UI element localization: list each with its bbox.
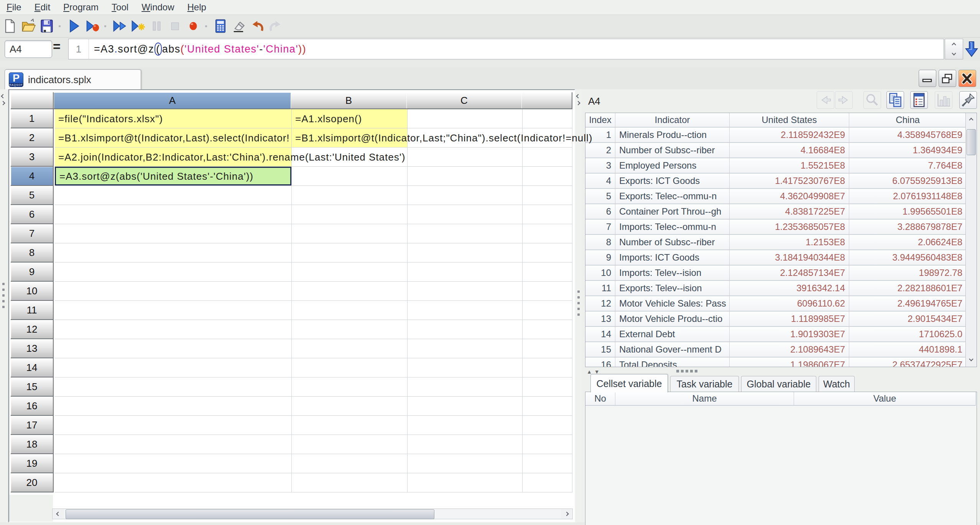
grid-cell-A1[interactable]: =file("Indicators.xlsx") bbox=[55, 109, 291, 128]
value-table-header-indicator[interactable]: Indicator bbox=[615, 113, 730, 128]
tab-cellset-variable[interactable]: Cellset variable bbox=[590, 374, 668, 392]
formula-text[interactable]: =A3.sort@z(abs('United States'-'China')) bbox=[94, 39, 306, 59]
value-table-header-china[interactable]: China bbox=[849, 113, 967, 128]
column-header-C[interactable]: C bbox=[406, 92, 523, 109]
value-table-row[interactable]: 7Imports: Telec--ommu-n1.2353685057E83.2… bbox=[585, 220, 977, 235]
row-header-20[interactable]: 20 bbox=[11, 473, 54, 492]
options-icon[interactable] bbox=[910, 91, 928, 109]
value-table-header-index[interactable]: Index bbox=[585, 113, 615, 128]
tab-watch[interactable]: Watch bbox=[819, 376, 855, 392]
new-file-icon[interactable] bbox=[2, 18, 18, 34]
tab-task-variable[interactable]: Task variable bbox=[670, 376, 739, 392]
value-table-row[interactable]: 13Motor Vehicle Produ--ctio1.1189985E72.… bbox=[585, 312, 977, 327]
row-header-18[interactable]: 18 bbox=[11, 435, 54, 454]
row-header-10[interactable]: 10 bbox=[11, 282, 54, 301]
formula-input[interactable]: 1 =A3.sort@z(abs('United States'-'China'… bbox=[68, 39, 944, 59]
menu-item-help[interactable]: Help bbox=[181, 1, 213, 13]
scroll-left-icon[interactable] bbox=[53, 509, 64, 519]
scroll-down-icon[interactable] bbox=[966, 354, 976, 366]
left-splitter-dots[interactable] bbox=[2, 283, 5, 308]
minimize-icon[interactable] bbox=[919, 70, 936, 87]
menu-item-tool[interactable]: Tool bbox=[105, 1, 135, 13]
open-file-icon[interactable] bbox=[20, 18, 37, 34]
value-table-row[interactable]: 9Imports: ICT Goods3.1841940344E83.94495… bbox=[585, 250, 977, 266]
row-header-15[interactable]: 15 bbox=[11, 377, 54, 397]
value-table-row[interactable]: 3Employed Persons1.55215E87.764E8 bbox=[585, 158, 977, 174]
collapse-left-icon[interactable] bbox=[1, 94, 5, 98]
left-collapse-strip[interactable] bbox=[0, 89, 8, 522]
scroll-right-icon[interactable] bbox=[561, 509, 572, 519]
grid-cell-A4[interactable]: =A3.sort@z(abs('United States'-'China')) bbox=[55, 167, 291, 185]
bottom-splitter[interactable]: ▲▼ bbox=[585, 368, 977, 374]
close-icon[interactable] bbox=[959, 70, 976, 87]
row-header-6[interactable]: 6 bbox=[11, 205, 54, 224]
tab-global-variable[interactable]: Global variable bbox=[741, 376, 816, 392]
row-header-4[interactable]: 4 bbox=[11, 167, 54, 186]
row-header-11[interactable]: 11 bbox=[11, 301, 54, 320]
step-over-icon[interactable] bbox=[111, 18, 128, 34]
value-table-row[interactable]: 4Exports: ICT Goods1.4175230767E86.07559… bbox=[585, 174, 977, 189]
row-header-14[interactable]: 14 bbox=[11, 358, 54, 377]
value-table-row[interactable]: 2Number of Subsc--riber4.16684E81.364934… bbox=[585, 143, 977, 158]
value-table-scrollbar[interactable] bbox=[965, 113, 977, 367]
menu-item-edit[interactable]: Edit bbox=[28, 1, 57, 13]
clear-icon[interactable] bbox=[230, 18, 247, 34]
value-table-row[interactable]: 15National Gover--nment D2.1089643E74401… bbox=[585, 342, 977, 358]
grid-cell-A3[interactable]: =A2.join(Indicator,B2:Indicator,Last:'Ch… bbox=[55, 148, 291, 166]
grid-cell-B1[interactable]: =A1.xlsopen() bbox=[292, 109, 407, 128]
row-header-16[interactable]: 16 bbox=[11, 397, 54, 416]
value-table-row[interactable]: 11Exports: Telev--ision3916342.142.28218… bbox=[585, 281, 977, 296]
menu-item-program[interactable]: Program bbox=[57, 1, 105, 13]
value-table-row[interactable]: 1Minerals Produ--ction2.118592432E94.358… bbox=[585, 128, 977, 143]
collapse-right-icon[interactable] bbox=[576, 101, 580, 105]
run-icon[interactable] bbox=[66, 18, 82, 34]
scrollbar-thumb[interactable] bbox=[66, 509, 434, 519]
step-into-icon[interactable] bbox=[130, 18, 146, 34]
column-header-A[interactable]: A bbox=[54, 92, 292, 109]
row-header-2[interactable]: 2 bbox=[11, 128, 54, 148]
pin-icon[interactable] bbox=[959, 91, 977, 109]
value-table-row[interactable]: 12Motor Vehicle Sales: Pass6096110.622.4… bbox=[585, 296, 977, 312]
row-header-12[interactable]: 12 bbox=[11, 320, 54, 339]
grid-cell-A2[interactable]: =B1.xlsimport@t(Indicator,Last).select(I… bbox=[55, 128, 291, 147]
restore-icon[interactable] bbox=[939, 70, 956, 87]
variable-table-header-value[interactable]: Value bbox=[794, 392, 976, 406]
row-header-7[interactable]: 7 bbox=[11, 224, 54, 243]
value-table-row[interactable]: 14External Debt1.9019303E71710625.0 bbox=[585, 327, 977, 342]
menu-item-window[interactable]: Window bbox=[135, 1, 181, 13]
breakpoint-icon[interactable] bbox=[185, 18, 202, 34]
scrollbar-thumb[interactable] bbox=[967, 129, 976, 155]
row-header-17[interactable]: 17 bbox=[11, 416, 54, 435]
row-header-3[interactable]: 3 bbox=[11, 148, 54, 167]
grid-corner[interactable] bbox=[11, 92, 54, 109]
value-table-row[interactable]: 8Number of Subsc--riber1.2153E82.06624E8 bbox=[585, 235, 977, 250]
horizontal-scrollbar[interactable] bbox=[52, 509, 573, 519]
tab-indicators[interactable]: P RAQSOFT indicators.splx bbox=[5, 69, 141, 90]
column-header-B[interactable]: B bbox=[291, 92, 408, 109]
splitter-dots[interactable] bbox=[676, 370, 697, 372]
formula-line-spinner[interactable] bbox=[945, 39, 963, 59]
row-header-9[interactable]: 9 bbox=[11, 262, 54, 282]
cell-reference-box[interactable]: A4 bbox=[5, 40, 52, 58]
menu-item-file[interactable]: File bbox=[0, 1, 28, 13]
column-header-partial[interactable] bbox=[521, 92, 572, 109]
value-table-header-united-states[interactable]: United States bbox=[730, 113, 849, 128]
execute-down-arrow-icon[interactable] bbox=[965, 41, 978, 57]
copy-icon[interactable] bbox=[886, 91, 904, 109]
variable-table-header-no[interactable]: No bbox=[585, 392, 615, 406]
row-header-8[interactable]: 8 bbox=[11, 243, 54, 262]
execute-icon[interactable] bbox=[84, 18, 101, 34]
row-header-1[interactable]: 1 bbox=[11, 109, 54, 128]
collapse-left-icon[interactable] bbox=[576, 94, 580, 98]
value-table-row[interactable]: 10Imports: Telev--ision2.124857134E71989… bbox=[585, 266, 977, 281]
collapse-right-icon[interactable] bbox=[1, 101, 5, 105]
row-header-19[interactable]: 19 bbox=[11, 454, 54, 473]
scroll-up-icon[interactable] bbox=[966, 113, 976, 125]
grid-cell-B2[interactable]: =B1.xlsimport@t(Indicator,Last;"China").… bbox=[292, 128, 407, 147]
row-header-13[interactable]: 13 bbox=[11, 339, 54, 358]
spinner-down-icon[interactable] bbox=[945, 49, 963, 59]
panel-splitter[interactable] bbox=[575, 89, 582, 522]
value-table-row[interactable]: 6Container Port Throu--gh4.83817225E71.9… bbox=[585, 204, 977, 220]
save-icon[interactable] bbox=[38, 18, 55, 34]
calculator-icon[interactable] bbox=[212, 18, 229, 34]
